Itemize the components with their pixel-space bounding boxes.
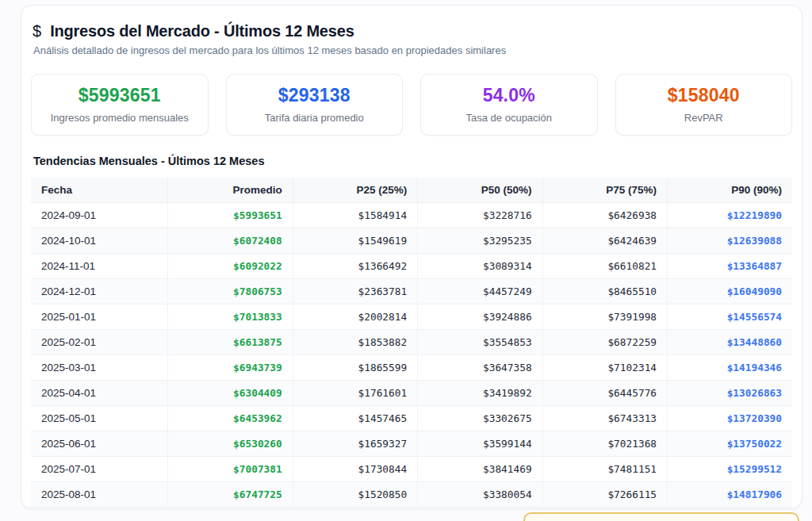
cell-p25: $1457465 (293, 405, 417, 431)
cell-fecha: 2025-05-01 (31, 405, 168, 431)
stat-value: $5993651 (38, 85, 201, 107)
table-row: 2024-09-01 $5993651 $1584914 $3228716 $6… (31, 202, 792, 228)
stat-value: $293138 (233, 85, 396, 107)
cell-fecha: 2025-01-01 (31, 304, 168, 329)
cell-fecha: 2024-09-01 (31, 202, 168, 228)
cell-p90: $14817906 (668, 481, 792, 507)
cell-fecha: 2025-02-01 (31, 329, 168, 354)
cell-p50: $3599144 (418, 431, 542, 456)
cell-p90: $13448860 (668, 329, 792, 354)
stat-label: Tarifa diaria promedio (233, 112, 396, 124)
cell-p50: $3302675 (418, 405, 542, 431)
table-row: 2025-08-01 $6747725 $1520850 $3380054 $7… (31, 481, 792, 507)
cell-p50: $3295235 (418, 228, 542, 253)
cell-p75: $6872259 (542, 329, 667, 354)
cell-promedio: $6747725 (168, 481, 293, 507)
cell-fecha: 2025-04-01 (31, 380, 168, 405)
page-subtitle: Análisis detallado de ingresos del merca… (33, 44, 792, 57)
cell-p90: $15299512 (668, 456, 792, 481)
cell-promedio: $6092022 (168, 253, 293, 278)
cell-p50: $3647358 (418, 354, 542, 380)
stat-label: RevPAR (622, 112, 786, 124)
cell-p50: $3228716 (418, 202, 542, 228)
table-row: 2025-04-01 $6304409 $1761601 $3419892 $6… (31, 380, 792, 405)
panel-header: $ Ingresos del Mercado - Últimos 12 Mese… (33, 21, 792, 40)
stat-value: $158040 (622, 85, 786, 107)
table-row: 2024-12-01 $7806753 $2363781 $4457249 $8… (31, 278, 792, 304)
table-row: 2025-02-01 $6613875 $1853882 $3554853 $6… (31, 329, 792, 354)
stat-card-tasa-ocupacion: 54.0% Tasa de ocupación (420, 74, 598, 136)
cell-p90: $13026863 (668, 380, 792, 405)
cell-p75: $7102314 (542, 354, 667, 380)
cell-promedio: $6072408 (168, 228, 293, 253)
cell-fecha: 2025-08-01 (31, 481, 168, 507)
cell-p25: $1520850 (293, 481, 417, 507)
column-header-p25: P25 (25%) (293, 178, 417, 203)
cell-fecha: 2025-03-01 (31, 354, 168, 380)
section-title-monthly-trends: Tendencias Mensuales - Últimos 12 Meses (33, 155, 792, 167)
cell-p50: $3419892 (418, 380, 542, 405)
cell-p25: $1659327 (293, 431, 417, 456)
stat-card-tarifa-diaria: $293138 Tarifa diaria promedio (226, 74, 404, 136)
stats-row: $5993651 Ingresos promedio mensuales $29… (31, 74, 792, 136)
column-header-promedio: Promedio (168, 178, 293, 203)
cell-p25: $1549619 (293, 228, 417, 253)
cell-p25: $1853882 (293, 329, 417, 354)
table-row: 2025-05-01 $6453962 $1457465 $3302675 $6… (31, 405, 792, 431)
dollar-icon: $ (33, 23, 41, 39)
cell-p75: $7391998 (542, 304, 667, 329)
cell-p25: $1366492 (293, 253, 417, 278)
cell-p25: $1730844 (293, 456, 417, 481)
cell-p75: $7266115 (542, 481, 667, 507)
cell-p75: $8465510 (542, 278, 667, 304)
table-header-row: Fecha Promedio P25 (25%) P50 (50%) P75 (… (31, 178, 792, 203)
cell-p90: $14556574 (668, 304, 792, 329)
cell-p90: $13364887 (668, 253, 792, 278)
cell-p75: $6445776 (542, 380, 667, 405)
cell-p75: $6424639 (542, 228, 667, 253)
cell-promedio: $6304409 (168, 380, 293, 405)
market-revenue-panel: $ Ingresos del Mercado - Últimos 12 Mese… (21, 5, 802, 509)
cell-promedio: $7007381 (168, 456, 293, 481)
cell-fecha: 2024-12-01 (31, 278, 168, 304)
cell-promedio: $6613875 (168, 329, 293, 354)
table-row: 2024-11-01 $6092022 $1366492 $3089314 $6… (31, 253, 792, 278)
cell-p50: $4457249 (418, 278, 542, 304)
column-header-fecha: Fecha (31, 178, 168, 203)
toast-notification (523, 512, 799, 521)
cell-promedio: $7806753 (168, 278, 293, 304)
table-row: 2025-06-01 $6530260 $1659327 $3599144 $7… (31, 431, 792, 456)
cell-p25: $2363781 (293, 278, 417, 304)
cell-p75: $6610821 (542, 253, 667, 278)
cell-p25: $2002814 (293, 304, 417, 329)
table-row: 2025-07-01 $7007381 $1730844 $3841469 $7… (31, 456, 792, 481)
stat-card-revpar: $158040 RevPAR (615, 74, 793, 136)
monthly-trends-table: Fecha Promedio P25 (25%) P50 (50%) P75 (… (31, 178, 792, 508)
cell-fecha: 2025-07-01 (31, 456, 168, 481)
page-title: Ingresos del Mercado - Últimos 12 Meses (50, 21, 354, 40)
cell-fecha: 2024-11-01 (31, 253, 168, 278)
stat-label: Tasa de ocupación (427, 112, 591, 124)
stat-label: Ingresos promedio mensuales (38, 112, 201, 124)
stat-card-ingresos-promedio: $5993651 Ingresos promedio mensuales (31, 74, 209, 136)
stat-value: 54.0% (427, 85, 591, 107)
cell-promedio: $6453962 (168, 405, 293, 431)
cell-p25: $1584914 (293, 202, 417, 228)
cell-p75: $7481151 (542, 456, 667, 481)
cell-p90: $13750022 (668, 431, 792, 456)
cell-p50: $3380054 (418, 481, 542, 507)
table-row: 2025-03-01 $6943739 $1865599 $3647358 $7… (31, 354, 792, 380)
column-header-p75: P75 (75%) (542, 178, 667, 203)
cell-promedio: $5993651 (168, 202, 293, 228)
table-row: 2024-10-01 $6072408 $1549619 $3295235 $6… (31, 228, 792, 253)
cell-p50: $3924886 (418, 304, 542, 329)
cell-p50: $3841469 (418, 456, 542, 481)
cell-p50: $3089314 (418, 253, 542, 278)
cell-fecha: 2024-10-01 (31, 228, 168, 253)
cell-p25: $1761601 (293, 380, 417, 405)
cell-p75: $6743313 (542, 405, 667, 431)
cell-promedio: $7013833 (168, 304, 293, 329)
cell-p25: $1865599 (293, 354, 417, 380)
cell-p90: $13720390 (668, 405, 792, 431)
cell-p90: $14194346 (668, 354, 792, 380)
